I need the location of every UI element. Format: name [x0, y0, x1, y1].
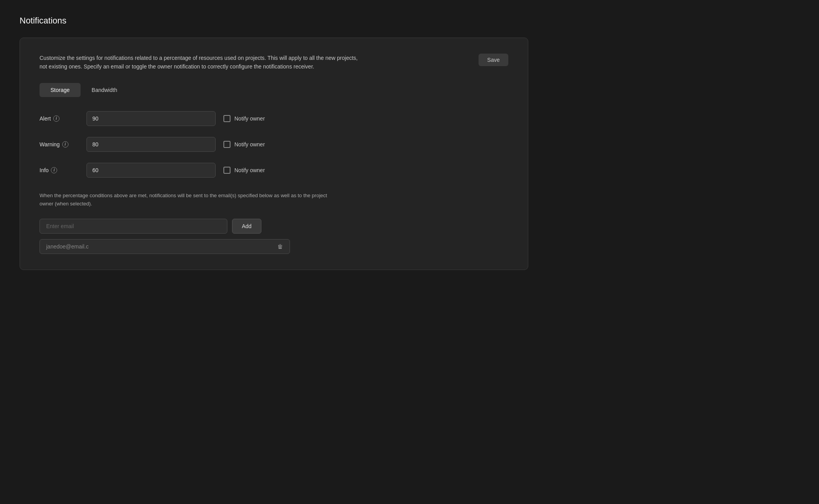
info-notify-checkbox[interactable]: [223, 167, 230, 174]
email-list-item: janedoe@email.c: [40, 239, 290, 254]
email-list-text: janedoe@email.c: [46, 243, 88, 250]
info-label-text: Info: [40, 167, 49, 173]
trash-icon: [277, 243, 283, 250]
delete-email-button[interactable]: [277, 243, 283, 250]
alert-label-text: Alert: [40, 115, 51, 122]
footer-text: When the percentage conditions above are…: [40, 192, 329, 208]
warning-row: Warning i Notify owner: [40, 137, 508, 152]
page-title: Notifications: [20, 16, 799, 26]
info-label: Info i: [40, 167, 79, 173]
info-notify-wrapper[interactable]: Notify owner: [223, 167, 265, 174]
warning-notify-checkbox[interactable]: [223, 141, 230, 148]
description-text: Customize the settings for notifications…: [40, 54, 360, 71]
email-input[interactable]: [40, 219, 227, 234]
add-button[interactable]: Add: [232, 219, 261, 234]
tab-bandwidth[interactable]: Bandwidth: [81, 83, 128, 97]
alert-notify-checkbox[interactable]: [223, 115, 230, 122]
save-button[interactable]: Save: [479, 54, 508, 66]
info-notify-label: Notify owner: [234, 167, 265, 173]
alert-notify-label: Notify owner: [234, 115, 265, 122]
tabs-container: Storage Bandwidth: [40, 83, 508, 97]
warning-notify-wrapper[interactable]: Notify owner: [223, 141, 265, 148]
alert-row: Alert i Notify owner: [40, 111, 508, 126]
alert-input[interactable]: [86, 111, 216, 126]
notifications-card: Customize the settings for notifications…: [20, 38, 528, 270]
alert-info-icon: i: [53, 115, 59, 122]
email-row: Add: [40, 219, 508, 234]
alert-notify-wrapper[interactable]: Notify owner: [223, 115, 265, 122]
info-info-icon: i: [51, 167, 57, 173]
warning-label: Warning i: [40, 141, 79, 148]
card-header: Customize the settings for notifications…: [40, 54, 508, 71]
alert-label: Alert i: [40, 115, 79, 122]
tab-storage[interactable]: Storage: [40, 83, 81, 97]
fields-section: Alert i Notify owner Warning i Notify ow…: [40, 111, 508, 178]
warning-label-text: Warning: [40, 141, 60, 148]
warning-notify-label: Notify owner: [234, 141, 265, 148]
info-row: Info i Notify owner: [40, 163, 508, 178]
warning-info-icon: i: [62, 141, 68, 148]
warning-input[interactable]: [86, 137, 216, 152]
info-input[interactable]: [86, 163, 216, 178]
